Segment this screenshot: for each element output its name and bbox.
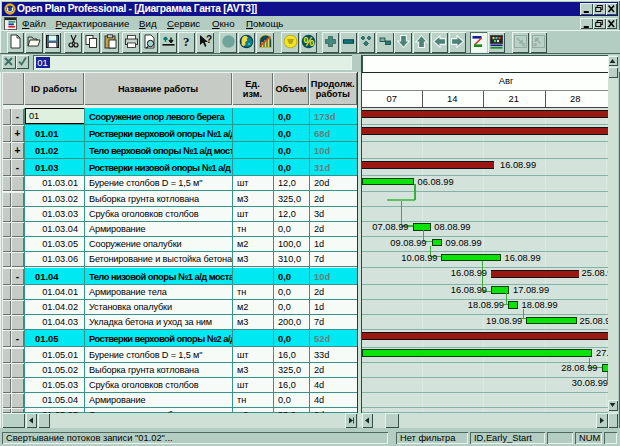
svg-text:%: % [304, 35, 315, 49]
svg-text:?: ? [183, 34, 190, 49]
svg-text:?: ? [206, 34, 212, 45]
